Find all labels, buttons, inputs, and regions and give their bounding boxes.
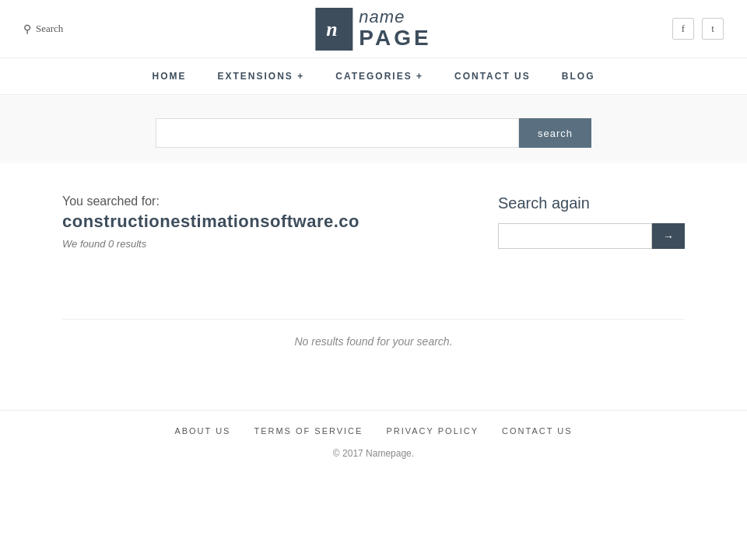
footer-link-contact[interactable]: CONTACT US [502, 426, 573, 436]
nav-item-contact[interactable]: CONTACT US [454, 68, 531, 85]
search-button[interactable]: search [519, 118, 591, 148]
header-search[interactable]: ⚲ Search [23, 23, 63, 36]
main-content: You searched for: constructionestimation… [0, 163, 747, 319]
logo-icon-box: n [315, 8, 352, 51]
results-count: We found 0 results [62, 238, 498, 250]
search-again-input[interactable] [498, 223, 652, 249]
search-result: You searched for: constructionestimation… [62, 194, 498, 250]
search-again-bar: → [498, 223, 685, 249]
logo-svg: n [321, 14, 346, 44]
no-results-text: No results found for your search. [294, 335, 452, 348]
main-nav: HOME EXTENSIONS + CATEGORIES + CONTACT U… [0, 58, 747, 95]
logo-name-text: name [359, 8, 431, 26]
nav-item-home[interactable]: HOME [153, 68, 187, 85]
footer-link-about[interactable]: ABOUT US [174, 426, 230, 436]
search-again-button[interactable]: → [652, 223, 685, 249]
footer-copyright: © 2017 Namepage. [0, 448, 747, 459]
no-results-message: No results found for your search. [62, 319, 685, 387]
logo-page-text: PAGE [359, 26, 431, 51]
search-icon: ⚲ [23, 23, 31, 36]
nav-item-blog[interactable]: BLOG [562, 68, 595, 85]
nav-item-extensions[interactable]: EXTENSIONS + [218, 68, 305, 85]
footer-link-privacy[interactable]: PRIVACY POLICY [386, 426, 479, 436]
site-header: ⚲ Search n name PAGE f t [0, 0, 747, 58]
footer-copy-text: © 2017 [333, 448, 366, 459]
logo-text-block: name PAGE [359, 8, 431, 51]
svg-text:n: n [326, 18, 337, 40]
header-search-label: Search [36, 23, 63, 35]
search-again-title: Search again [498, 194, 685, 212]
search-term-value: constructionestimationsoftware.co [62, 212, 498, 232]
facebook-icon[interactable]: f [672, 18, 694, 40]
nav-item-categories[interactable]: CATEGORIES + [335, 68, 423, 85]
search-input[interactable] [156, 118, 519, 148]
you-searched-label: You searched for: [62, 194, 498, 208]
search-area: search [0, 95, 747, 163]
footer-links: ABOUT US TERMS OF SERVICE PRIVACY POLICY… [0, 426, 747, 436]
footer-link-terms[interactable]: TERMS OF SERVICE [254, 426, 363, 436]
footer-brand: Namepage. [366, 448, 414, 459]
site-logo[interactable]: n name PAGE [315, 8, 431, 51]
twitter-icon[interactable]: t [702, 18, 724, 40]
site-footer: ABOUT US TERMS OF SERVICE PRIVACY POLICY… [0, 410, 747, 474]
search-again-panel: Search again → [498, 194, 685, 249]
header-social: f t [672, 18, 724, 40]
search-bar: search [156, 118, 591, 148]
